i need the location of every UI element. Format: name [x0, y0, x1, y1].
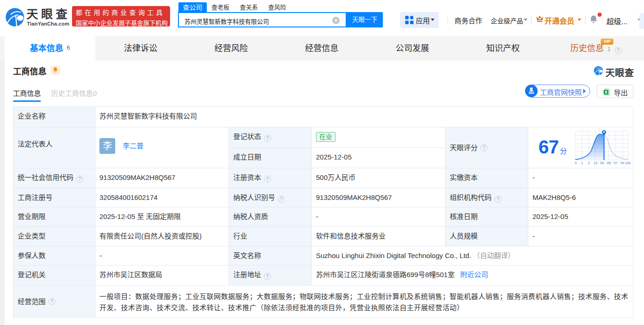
svg-text:100: 100	[625, 161, 631, 165]
svg-text:85: 85	[607, 161, 611, 165]
svg-text:99: 99	[620, 161, 624, 165]
svg-text:1: 1	[581, 161, 583, 165]
svg-text:50: 50	[600, 161, 604, 165]
svg-text:3: 3	[588, 161, 590, 165]
svg-text:15: 15	[593, 161, 597, 165]
svg-text:0: 0	[575, 161, 577, 165]
svg-text:97: 97	[614, 161, 618, 165]
